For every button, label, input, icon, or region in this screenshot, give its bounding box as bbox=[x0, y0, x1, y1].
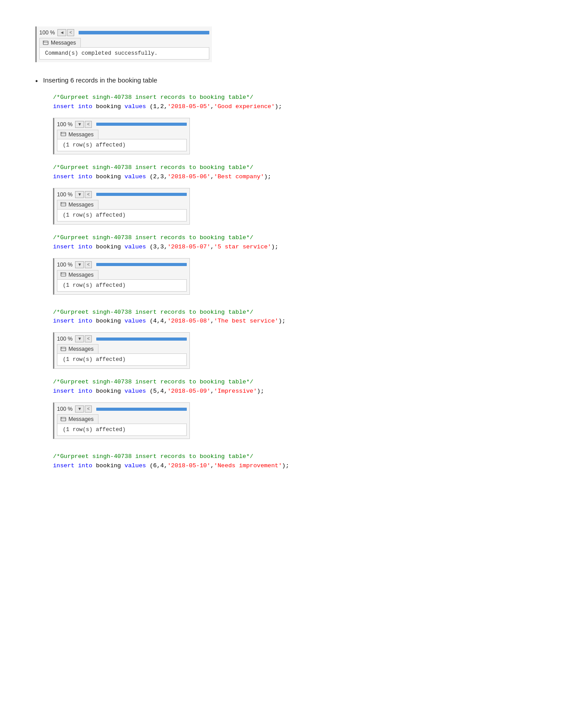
result-box-3: 100 % ▼ < Messages (1 row(s) affected) bbox=[53, 258, 190, 295]
result-box-4: 100 % ▼ < Messages (1 row(s) affected) bbox=[53, 332, 190, 369]
code-block-5: /*Gurpreet singh-40738 insert records to… bbox=[53, 378, 528, 396]
result-toolbar-4: 100 % ▼ < bbox=[54, 334, 189, 344]
comment-4: /*Gurpreet singh-40738 insert records to… bbox=[53, 309, 253, 315]
kw-insert-3: insert bbox=[53, 244, 75, 250]
kw-values-5: values bbox=[125, 388, 146, 394]
svg-rect-11 bbox=[60, 272, 62, 274]
result-text-1: (1 row(s) affected) bbox=[57, 139, 187, 151]
arrows-3[interactable]: ▼ < bbox=[75, 261, 92, 268]
messages-icon bbox=[42, 40, 49, 46]
messages-tab-1[interactable]: Messages bbox=[57, 130, 98, 139]
arrow-left-1[interactable]: ▼ bbox=[75, 121, 84, 128]
messages-label: Messages bbox=[51, 40, 76, 46]
code-block-4: /*Gurpreet singh-40738 insert records to… bbox=[53, 308, 528, 326]
top-result-box: 100 % ◄ < Messages Command(s) completed … bbox=[35, 26, 212, 62]
insert-block-1: /*Gurpreet singh-40738 insert records to… bbox=[53, 93, 528, 154]
comment-6: /*Gurpreet singh-40738 insert records to… bbox=[53, 453, 253, 460]
insert-blocks-container: /*Gurpreet singh-40738 insert records to… bbox=[53, 93, 528, 471]
pct-2: 100 % bbox=[57, 191, 72, 198]
insert-block-5: /*Gurpreet singh-40738 insert records to… bbox=[53, 378, 528, 439]
arrow-right-3[interactable]: < bbox=[85, 261, 92, 268]
kw-values-4: values bbox=[125, 318, 146, 324]
comment-3: /*Gurpreet singh-40738 insert records to… bbox=[53, 234, 253, 241]
arrow-right-1[interactable]: < bbox=[85, 121, 92, 128]
kw-into-2: into bbox=[78, 173, 92, 180]
result-box-1: 100 % ▼ < Messages (1 row(s) affected) bbox=[53, 118, 190, 154]
result-box-5: 100 % ▼ < Messages (1 row(s) affected) bbox=[53, 402, 190, 439]
arrow-right-2[interactable]: < bbox=[85, 191, 92, 198]
arrows-1[interactable]: ▼ < bbox=[75, 121, 92, 128]
top-result-toolbar: 100 % ◄ < bbox=[37, 28, 212, 38]
arrows-4[interactable]: ▼ < bbox=[75, 335, 92, 342]
messages-label-1: Messages bbox=[68, 131, 94, 138]
code-block-3: /*Gurpreet singh-40738 insert records to… bbox=[53, 233, 528, 252]
code-block-1: /*Gurpreet singh-40738 insert records to… bbox=[53, 93, 528, 112]
kw-insert-2: insert bbox=[53, 173, 75, 180]
insert-block-4: /*Gurpreet singh-40738 insert records to… bbox=[53, 308, 528, 369]
result-toolbar-5: 100 % ▼ < bbox=[54, 405, 189, 414]
kw-values-2: values bbox=[125, 173, 146, 180]
pct-5: 100 % bbox=[57, 406, 72, 412]
arrow-left-5[interactable]: ▼ bbox=[75, 405, 84, 413]
kw-into-5: into bbox=[78, 388, 92, 394]
code-block-6: /*Gurpreet singh-40738 insert records to… bbox=[53, 452, 528, 471]
insert-block-6: /*Gurpreet singh-40738 insert records to… bbox=[53, 452, 528, 471]
pct-1: 100 % bbox=[57, 121, 72, 128]
kw-insert-5: insert bbox=[53, 388, 75, 394]
svg-rect-8 bbox=[60, 202, 62, 203]
pct-4: 100 % bbox=[57, 336, 72, 342]
result-text-2: (1 row(s) affected) bbox=[57, 209, 187, 221]
msg-icon-5 bbox=[60, 416, 66, 422]
result-toolbar-1: 100 % ▼ < bbox=[54, 120, 189, 130]
msg-icon-3 bbox=[60, 272, 66, 278]
kw-values-3: values bbox=[125, 244, 146, 250]
comment-1: /*Gurpreet singh-40738 insert records to… bbox=[53, 94, 253, 101]
insert-block-3: /*Gurpreet singh-40738 insert records to… bbox=[53, 233, 528, 295]
bullet-dot: • bbox=[35, 77, 38, 85]
result-text-5: (1 row(s) affected) bbox=[57, 424, 187, 436]
pct-3: 100 % bbox=[57, 262, 72, 268]
kw-insert-1: insert bbox=[53, 103, 75, 110]
messages-label-3: Messages bbox=[68, 272, 94, 278]
result-box-2: 100 % ▼ < Messages (1 row(s) affected) bbox=[53, 188, 190, 225]
arrow-right-5[interactable]: < bbox=[85, 405, 92, 413]
messages-label-4: Messages bbox=[68, 346, 94, 352]
kw-into-6: into bbox=[78, 462, 92, 469]
kw-values-6: values bbox=[125, 462, 146, 469]
result-toolbar-2: 100 % ▼ < bbox=[54, 190, 189, 200]
kw-into-3: into bbox=[78, 244, 92, 250]
arrow-right[interactable]: < bbox=[67, 29, 74, 36]
arrow-left-3[interactable]: ▼ bbox=[75, 261, 84, 268]
top-messages-tab[interactable]: Messages bbox=[39, 38, 81, 47]
arrow-left-4[interactable]: ▼ bbox=[75, 335, 84, 342]
result-text-4: (1 row(s) affected) bbox=[57, 353, 187, 366]
svg-rect-17 bbox=[60, 417, 62, 418]
top-arrows[interactable]: ◄ < bbox=[57, 29, 74, 36]
messages-label-5: Messages bbox=[68, 416, 94, 422]
arrows-5[interactable]: ▼ < bbox=[75, 405, 92, 413]
arrows-2[interactable]: ▼ < bbox=[75, 191, 92, 198]
messages-tab-5[interactable]: Messages bbox=[57, 414, 98, 424]
kw-insert-6: insert bbox=[53, 462, 75, 469]
result-text-3: (1 row(s) affected) bbox=[57, 279, 187, 292]
arrow-left[interactable]: ◄ bbox=[57, 29, 66, 36]
result-toolbar-3: 100 % ▼ < bbox=[54, 260, 189, 270]
messages-label-2: Messages bbox=[68, 202, 94, 208]
top-completed-message: Command(s) completed successfully. bbox=[39, 47, 209, 60]
svg-rect-2 bbox=[43, 41, 44, 42]
arrow-right-4[interactable]: < bbox=[85, 335, 92, 342]
code-block-2: /*Gurpreet singh-40738 insert records to… bbox=[53, 163, 528, 182]
msg-icon-2 bbox=[60, 202, 66, 208]
bullet-text: Inserting 6 records in the booking table bbox=[43, 76, 158, 84]
messages-tab-3[interactable]: Messages bbox=[57, 270, 98, 279]
msg-icon-4 bbox=[60, 346, 66, 352]
arrow-left-2[interactable]: ▼ bbox=[75, 191, 84, 198]
messages-tab-2[interactable]: Messages bbox=[57, 200, 98, 209]
comment-5: /*Gurpreet singh-40738 insert records to… bbox=[53, 379, 253, 385]
top-completed-section: 100 % ◄ < Messages Command(s) completed … bbox=[35, 26, 528, 62]
svg-rect-5 bbox=[60, 132, 62, 133]
bullet-inserting: • Inserting 6 records in the booking tab… bbox=[35, 76, 528, 85]
messages-tab-4[interactable]: Messages bbox=[57, 344, 98, 353]
kw-into-1: into bbox=[78, 103, 92, 110]
kw-insert-4: insert bbox=[53, 318, 75, 324]
